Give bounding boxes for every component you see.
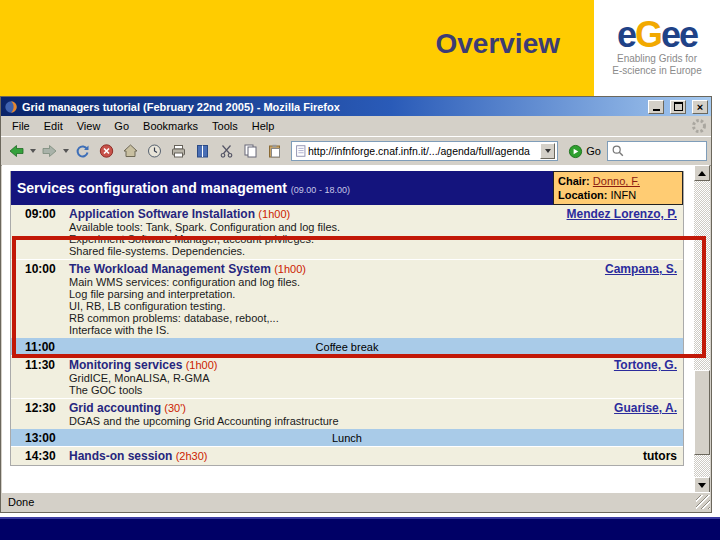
vertical-scrollbar[interactable] xyxy=(694,165,710,493)
resize-grip[interactable] xyxy=(696,495,710,509)
chevron-down-icon xyxy=(545,149,551,153)
throbber-icon xyxy=(691,118,707,134)
session-time: 12:30 xyxy=(11,401,69,427)
session-detail: RB common problems: database, reboot,... xyxy=(69,312,677,324)
session-duration: (1h00) xyxy=(186,359,218,371)
scrollbar-thumb[interactable] xyxy=(694,370,710,455)
cut-button[interactable] xyxy=(215,141,237,161)
chair-link[interactable]: Donno, F. xyxy=(593,175,640,187)
url-text: http://infnforge.cnaf.infn.it/.../agenda… xyxy=(308,145,540,157)
menu-bar: FileEditViewGoBookmarksToolsHelp xyxy=(1,116,711,137)
reload-button[interactable] xyxy=(71,141,93,161)
menu-edit[interactable]: Edit xyxy=(37,118,70,134)
menu-view[interactable]: View xyxy=(70,118,108,134)
agenda-break-row: 13:00Lunch xyxy=(11,429,683,446)
scroll-down-button[interactable] xyxy=(694,477,710,493)
browser-viewport: Services configuration and management (0… xyxy=(2,165,710,493)
session-speaker-link[interactable]: Guarise, A. xyxy=(614,401,677,415)
firefox-icon xyxy=(4,100,18,114)
print-button[interactable] xyxy=(167,141,189,161)
session-duration: (1h00) xyxy=(258,208,290,220)
status-text: Done xyxy=(8,496,34,508)
back-button[interactable] xyxy=(5,141,27,161)
url-bar[interactable]: http://infnforge.cnaf.infn.it/.../agenda… xyxy=(291,141,558,161)
session-detail: Shared file-systems. Dependencies. xyxy=(69,245,677,257)
agenda-session-row: 10:00Campana, S.The Workload Management … xyxy=(11,259,683,338)
menu-help[interactable]: Help xyxy=(245,118,282,134)
egee-logo-accent-letter: G xyxy=(635,14,661,55)
bookmarks-button[interactable] xyxy=(191,141,213,161)
session-title: Grid accounting xyxy=(69,401,164,415)
forward-button[interactable] xyxy=(38,141,60,161)
forward-dropdown-icon[interactable] xyxy=(63,149,69,153)
session-detail: Log file parsing and interpretation. xyxy=(69,288,677,300)
stop-button[interactable] xyxy=(95,141,117,161)
egee-tagline: Enabling Grids for E-science in Europe xyxy=(612,53,702,76)
session-speaker-link[interactable]: Mendez Lorenzo, P. xyxy=(567,207,677,221)
session-time: 10:00 xyxy=(11,262,69,336)
home-icon xyxy=(122,143,139,159)
search-input[interactable] xyxy=(607,141,707,161)
session-title: Application Software Installation xyxy=(69,207,258,221)
status-bar: Done xyxy=(2,492,710,511)
location-value: INFN xyxy=(611,189,637,201)
session-duration: (1h00) xyxy=(274,263,306,275)
back-dropdown-icon[interactable] xyxy=(30,149,36,153)
location-label: Location: xyxy=(558,189,608,201)
back-icon xyxy=(8,143,25,159)
session-detail: Interface with the IS. xyxy=(69,324,677,336)
browser-titlebar[interactable]: Grid managers tutorial (February 22nd 20… xyxy=(1,97,711,116)
slide-title: Overview xyxy=(0,28,560,60)
history-button[interactable] xyxy=(143,141,165,161)
scroll-up-button[interactable] xyxy=(694,165,710,181)
agenda-session-row: 09:00Mendez Lorenzo, P.Application Softw… xyxy=(11,205,683,259)
copy-button[interactable] xyxy=(239,141,261,161)
stop-icon xyxy=(98,143,115,159)
agenda-header-title: Services configuration and management (0… xyxy=(11,171,553,205)
session-body: Campana, S.The Workload Management Syste… xyxy=(69,262,683,336)
minimize-button[interactable] xyxy=(648,100,664,114)
session-detail: The GOC tools xyxy=(69,384,677,396)
egee-logo: eGee Enabling Grids for E-science in Eur… xyxy=(594,0,720,96)
arrow-up-icon xyxy=(698,171,706,176)
session-detail: Available tools: Tank, Spark. Configurat… xyxy=(69,221,677,233)
session-detail: Experiment Software Manager, account pri… xyxy=(69,233,677,245)
copy-icon xyxy=(242,143,259,159)
session-detail: GridICE, MonALISA, R-GMA xyxy=(69,372,677,384)
agenda-table: Services configuration and management (0… xyxy=(10,171,684,466)
session-time: 09:00 xyxy=(11,207,69,257)
forward-icon xyxy=(41,143,58,159)
break-title: Coffee break xyxy=(69,341,625,353)
slide-footer-bar xyxy=(0,517,720,540)
session-title: Monitoring services xyxy=(69,358,186,372)
go-button[interactable]: Go xyxy=(564,144,605,159)
close-button[interactable]: × xyxy=(692,100,708,114)
session-speaker-link[interactable]: Campana, S. xyxy=(605,262,677,276)
printer-icon xyxy=(170,143,187,159)
session-time: 13:00 xyxy=(11,431,69,445)
session-speaker: tutors xyxy=(643,449,677,463)
menu-file[interactable]: File xyxy=(5,118,37,134)
maximize-icon xyxy=(674,102,683,111)
search-icon xyxy=(611,144,625,158)
session-body: Tortone, G.Monitoring services (1h00)Gri… xyxy=(69,358,683,396)
agenda-time-range: (09.00 - 18.00) xyxy=(291,185,350,195)
menu-go[interactable]: Go xyxy=(107,118,136,134)
session-speaker-link[interactable]: Tortone, G. xyxy=(614,358,677,372)
paste-button[interactable] xyxy=(263,141,285,161)
agenda-header: Services configuration and management (0… xyxy=(11,171,683,205)
go-label: Go xyxy=(586,145,601,157)
menu-bookmarks[interactable]: Bookmarks xyxy=(136,118,205,134)
session-title-line: Tortone, G.Monitoring services (1h00) xyxy=(69,358,677,372)
window-title: Grid managers tutorial (February 22nd 20… xyxy=(22,101,642,113)
url-dropdown-button[interactable] xyxy=(540,143,555,159)
agenda-break-row: 11:00Coffee break xyxy=(11,338,683,355)
menu-tools[interactable]: Tools xyxy=(205,118,245,134)
agenda-rows: 09:00Mendez Lorenzo, P.Application Softw… xyxy=(11,205,683,465)
maximize-button[interactable] xyxy=(670,100,686,114)
session-title-line: Mendez Lorenzo, P.Application Software I… xyxy=(69,207,677,221)
home-button[interactable] xyxy=(119,141,141,161)
clipboard-icon xyxy=(266,143,283,159)
session-title-line: Campana, S.The Workload Management Syste… xyxy=(69,262,677,276)
agenda-session-row: 14:30tutorsHands-on session (2h30) xyxy=(11,446,683,465)
